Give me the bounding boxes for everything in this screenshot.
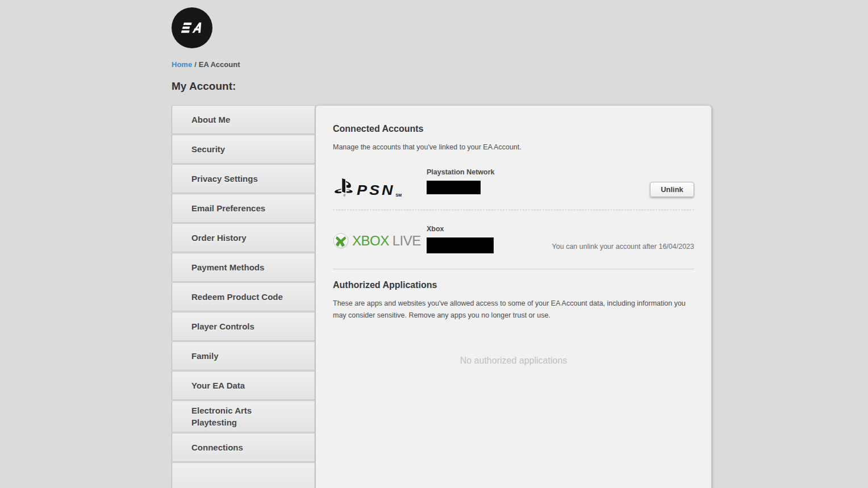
breadcrumb-current: EA Account [199, 60, 240, 69]
page-title: My Account: [172, 80, 236, 93]
psn-sm-mark: SM [396, 193, 402, 197]
psn-account-info: Playstation Network [427, 168, 650, 197]
xbox-account-row: XBOX LIVE Xbox You can unlink your accou… [333, 225, 694, 253]
breadcrumb: Home/EA Account [172, 60, 240, 69]
psn-logo: ® PSN SM [333, 168, 427, 197]
xbox-wordmark: XBOX [352, 233, 389, 249]
xbox-redacted-username [427, 237, 494, 253]
xbox-account-info: Xbox [427, 225, 552, 253]
psn-redacted-username [427, 181, 481, 194]
xbox-live-logo: XBOX LIVE [333, 225, 427, 253]
ea-monogram-icon [179, 15, 205, 41]
breadcrumb-separator: / [194, 60, 197, 69]
sidebar-item-payment-methods[interactable]: Payment Methods [172, 253, 315, 282]
sidebar-item-family[interactable]: Family [172, 341, 315, 370]
psn-account-name: Playstation Network [427, 168, 650, 176]
live-wordmark: LIVE [393, 233, 421, 249]
authorized-applications-description: These are apps and websites you've allow… [333, 298, 690, 322]
svg-text:®: ® [343, 194, 346, 197]
xbox-sphere-icon [333, 233, 349, 249]
sidebar-item-about-me[interactable]: About Me [172, 105, 315, 134]
connected-accounts-title: Connected Accounts [333, 124, 694, 134]
xbox-actions: You can unlink your account after 16/04/… [552, 225, 694, 253]
sidebar-item-order-history[interactable]: Order History [172, 223, 315, 252]
sidebar-item-email-preferences[interactable]: Email Preferences [172, 194, 315, 223]
ea-logo-icon[interactable] [172, 7, 212, 48]
connections-panel: Connected Accounts Manage the accounts t… [315, 105, 712, 488]
sidebar-item-player-controls[interactable]: Player Controls [172, 312, 315, 341]
sidebar-item-electronic-arts-playtesting[interactable]: Electronic Arts Playtesting [172, 401, 315, 432]
psn-actions: Unlink [650, 168, 694, 197]
sidebar-item-connections[interactable]: Connections [172, 433, 315, 462]
authorized-applications-title: Authorized Applications [333, 280, 694, 290]
sidebar-item-privacy-settings[interactable]: Privacy Settings [172, 164, 315, 193]
playstation-icon: ® [333, 178, 357, 197]
psn-account-row: ® PSN SM Playstation Network Unlink [333, 168, 694, 197]
sidebar-item-empty [172, 462, 315, 488]
sidebar-item-redeem-product-code[interactable]: Redeem Product Code [172, 282, 315, 311]
sidebar-item-security[interactable]: Security [172, 135, 315, 164]
account-sidebar: About Me Security Privacy Settings Email… [172, 105, 315, 488]
sidebar-item-your-ea-data[interactable]: Your EA Data [172, 371, 315, 400]
xbox-account-name: Xbox [427, 225, 552, 233]
section-divider [333, 269, 694, 269]
xbox-unlink-note: You can unlink your account after 16/04/… [552, 243, 694, 251]
psn-wordmark: PSN [357, 184, 395, 197]
breadcrumb-home-link[interactable]: Home [172, 60, 192, 69]
accounts-dotted-divider [333, 210, 694, 210]
no-authorized-applications-text: No authorized applications [333, 356, 694, 366]
psn-unlink-button[interactable]: Unlink [650, 182, 694, 197]
connected-accounts-description: Manage the accounts that you've linked t… [333, 141, 694, 153]
